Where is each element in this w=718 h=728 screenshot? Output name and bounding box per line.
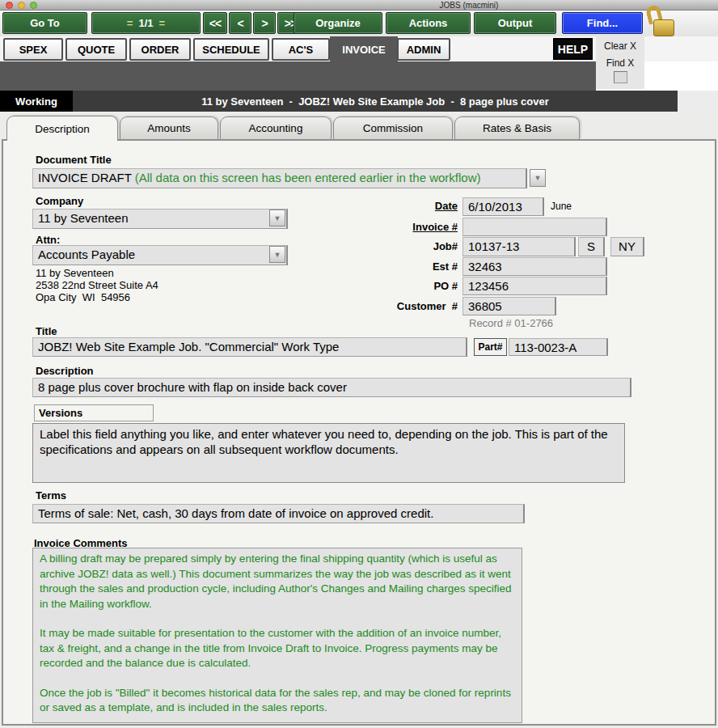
job-number-field[interactable]: 10137-13 <box>462 237 576 256</box>
module-tab-admin[interactable]: ADMIN <box>397 38 450 61</box>
attn-field[interactable]: Accounts Payable <box>32 245 288 265</box>
address-line-2: 2538 22nd Street Suite A4 <box>36 279 158 291</box>
find-button[interactable]: Find... <box>562 12 643 34</box>
job-number-label: Job# <box>336 240 458 252</box>
module-tab-invoice-active[interactable]: INVOICE <box>333 38 395 61</box>
find-x-label[interactable]: Find X <box>596 57 644 69</box>
invoice-comments-field[interactable]: A billing draft may be prepared simply b… <box>32 548 522 723</box>
attn-label: Attn: <box>36 234 60 246</box>
module-tab-order[interactable]: ORDER <box>129 38 191 61</box>
actions-button[interactable]: Actions <box>386 12 471 34</box>
job-summary-bar: 11 by Seventeen - JOBZ! Web Site Example… <box>73 91 678 112</box>
attn-dropdown-button[interactable]: ▼ <box>269 246 285 263</box>
est-number-field[interactable]: 32463 <box>462 257 607 276</box>
job-s-button[interactable]: S <box>578 237 605 256</box>
jobs-app-window: JOBS (macmini) Go To = 1/1 = << < > >> O… <box>0 0 718 728</box>
zoom-window-icon[interactable] <box>30 2 37 9</box>
description-label: Description <box>36 365 94 377</box>
tab-amounts[interactable]: Amounts <box>120 116 218 139</box>
customer-number-field[interactable]: 36805 <box>462 297 556 315</box>
versions-label-field[interactable]: Versions <box>34 404 154 421</box>
invoice-number-field[interactable] <box>462 218 607 236</box>
tab-description[interactable]: Description <box>6 116 118 141</box>
document-title-dropdown-button[interactable]: ▼ <box>530 169 546 187</box>
company-field[interactable]: 11 by Seventeen <box>32 209 288 229</box>
part-number-field[interactable]: 113-0023-A <box>509 338 608 356</box>
comments-paragraph-2: It may be made suitable for presentation… <box>40 626 515 671</box>
date-month-label: June <box>551 201 572 212</box>
title-label: Title <box>36 325 57 337</box>
part-number-label: Part# <box>474 338 507 356</box>
module-tab-schedule[interactable]: SCHEDULE <box>193 38 269 61</box>
tab-accounting[interactable]: Accounting <box>220 116 332 139</box>
find-x-checkbox[interactable] <box>614 71 627 83</box>
clear-x-label[interactable]: Clear X <box>596 40 644 52</box>
est-number-label: Est # <box>336 260 458 273</box>
record-number-label: Record # 01-2766 <box>469 317 553 329</box>
terms-label: Terms <box>36 489 66 502</box>
lock-body-icon <box>653 19 674 36</box>
document-title-value: INVOICE DRAFT <box>38 171 135 184</box>
findx-panel: Clear X Find X <box>596 36 644 89</box>
comments-paragraph-3: Once the job is "Billed" it becomes hist… <box>40 686 515 716</box>
job-ny-button[interactable]: NY <box>610 237 644 256</box>
output-button[interactable]: Output <box>474 12 556 34</box>
module-tab-acs[interactable]: AC'S <box>272 38 330 61</box>
versions-field[interactable]: Label this field anything you like, and … <box>32 423 625 483</box>
job-bar-spacer <box>678 91 718 112</box>
company-label: Company <box>36 195 83 207</box>
tab-rates-basis[interactable]: Rates & Basis <box>454 116 580 139</box>
next-record-button[interactable]: > <box>253 12 276 34</box>
record-pager[interactable]: = 1/1 = <box>91 12 201 34</box>
working-status-badge: Working <box>0 91 73 112</box>
address-line-3: Opa City WI 54956 <box>36 291 130 303</box>
invoice-number-label: Invoice # <box>336 221 458 233</box>
document-title-label: Document Title <box>36 154 112 166</box>
first-record-button[interactable]: << <box>203 12 227 34</box>
po-number-field[interactable]: 123456 <box>462 277 607 295</box>
document-title-note: (All data on this screen has been entere… <box>135 171 481 184</box>
customer-number-label: Customer # <box>336 300 458 312</box>
record-counter: 1/1 <box>138 17 153 29</box>
minimize-window-icon[interactable] <box>18 2 25 9</box>
pager-right-mark: = <box>159 17 166 29</box>
po-number-label: PO # <box>336 280 458 292</box>
address-line-1: 11 by Seventeen <box>36 267 114 279</box>
organize-button[interactable]: Organize <box>294 12 382 34</box>
prev-record-button[interactable]: < <box>229 12 251 34</box>
help-button[interactable]: HELP <box>553 38 593 60</box>
date-label: Date <box>336 200 458 212</box>
tab-commission[interactable]: Commission <box>333 116 453 139</box>
window-title: JOBS (macmini) <box>388 1 550 10</box>
comments-paragraph-1: A billing draft may be prepared simply b… <box>40 552 515 612</box>
lock-icon[interactable] <box>646 5 677 37</box>
document-title-field[interactable]: INVOICE DRAFT (All data on this screen h… <box>32 168 527 188</box>
close-window-icon[interactable] <box>6 2 13 9</box>
module-tab-quote[interactable]: QUOTE <box>65 38 127 61</box>
window-titlebar: JOBS (macmini) <box>0 0 718 11</box>
date-field[interactable]: 6/10/2013 <box>462 197 544 216</box>
terms-field[interactable]: Terms of sale: Net, cash, 30 days from d… <box>32 504 525 523</box>
pager-left-mark: = <box>127 17 133 29</box>
company-dropdown-button[interactable]: ▼ <box>269 210 285 226</box>
dark-band <box>0 61 596 91</box>
module-tab-spex[interactable]: SPEX <box>3 38 63 61</box>
description-field[interactable]: 8 page plus cover brochure with flap on … <box>32 378 631 397</box>
title-field[interactable]: JOBZ! Web Site Example Job. "Commercial"… <box>32 337 467 357</box>
go-to-button[interactable]: Go To <box>2 12 87 34</box>
